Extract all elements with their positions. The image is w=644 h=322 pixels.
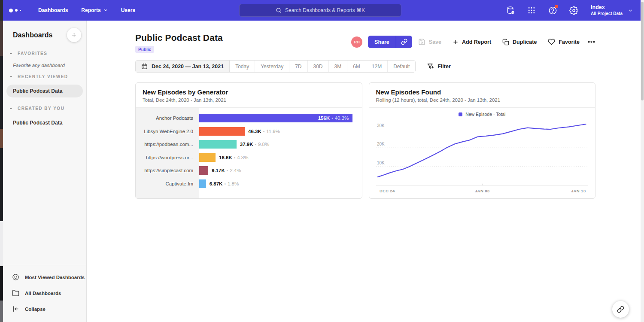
visibility-badge: Public xyxy=(135,46,154,53)
y-axis-tick-label: 20K xyxy=(377,142,385,146)
bar[interactable] xyxy=(199,179,206,188)
chart-legend[interactable]: New Episode - Total xyxy=(376,110,589,120)
card-new-episodes-found: New Episodes Found Rolling (12 hours), t… xyxy=(369,82,596,199)
filter-button[interactable]: Filter xyxy=(427,63,451,70)
y-axis-tick-label: 10K xyxy=(377,161,385,165)
top-nav: Dashboards Reports Users Search Dashboar… xyxy=(0,0,641,21)
bar[interactable] xyxy=(199,166,208,175)
bar-track: 6.87K•1.8% xyxy=(199,179,362,188)
collapse-sidebar-button[interactable]: Collapse xyxy=(3,301,86,317)
date-range-button[interactable]: Dec 24, 2020 — Jan 13, 2021 xyxy=(136,61,230,72)
scrollbar-thumb[interactable] xyxy=(641,2,644,100)
bar-track: 9.17K•2.4% xyxy=(199,166,362,175)
nav-item-reports[interactable]: Reports xyxy=(81,7,107,13)
add-dashboard-button[interactable] xyxy=(67,28,81,42)
line-chart[interactable]: 10K20K30KDEC 24JAN 03JAN 13 xyxy=(376,120,589,197)
bar-track: 16.6K•4.3% xyxy=(199,153,362,162)
bar-category-label: https://podbean.com... xyxy=(136,142,199,147)
bar-category-label: https://wordpress.or... xyxy=(136,155,199,160)
bar[interactable] xyxy=(199,127,245,136)
bar-category-label: Libsyn WebEngine 2.0 xyxy=(136,129,199,134)
bar-chart[interactable]: Anchor Podcasts156K•40.3%Libsyn WebEngin… xyxy=(136,108,362,198)
section-label: FAVORITES xyxy=(18,51,47,56)
bar-track: 46.3K•11.9% xyxy=(199,127,362,136)
bar-value-label: 156K•40.3% xyxy=(318,115,349,121)
x-axis-tick-label: JAN 03 xyxy=(474,188,489,193)
sidebar-item-public-podcast-data-created[interactable]: Public Podcast Data xyxy=(3,116,83,129)
save-icon xyxy=(418,38,425,46)
avatar[interactable]: RH xyxy=(351,36,362,48)
database-icon xyxy=(506,6,515,15)
sidebar-item-public-podcast-data[interactable]: Public Podcast Data xyxy=(6,85,83,97)
search-input[interactable]: Search Dashboards & Reports ⌘K xyxy=(239,4,401,17)
duplicate-button[interactable]: Duplicate xyxy=(502,39,537,46)
nav-item-dashboards[interactable]: Dashboards xyxy=(38,7,68,13)
share-button[interactable]: Share xyxy=(368,36,396,48)
section-label: RECENTLY VIEWED xyxy=(18,74,68,79)
bar-category-label: Anchor Podcasts xyxy=(136,115,199,121)
app-logo[interactable] xyxy=(9,9,21,12)
search-placeholder: Search Dashboards & Reports ⌘K xyxy=(285,7,365,13)
main-content: Public Podcast Data Public RH Share Save xyxy=(87,21,641,322)
card-new-episodes-by-generator: New Episodes by Generator Total, Dec 24t… xyxy=(135,82,362,199)
save-button[interactable]: Save xyxy=(418,38,441,46)
settings-button[interactable] xyxy=(569,6,578,15)
date-presets: TodayYesterday7D30D3M6M12MDefault xyxy=(230,61,415,72)
favorites-empty-text: Favorite any dashboard xyxy=(13,63,86,68)
line-series[interactable] xyxy=(378,124,586,177)
bar-row: https://podbean.com...37.9K•9.8% xyxy=(136,138,362,151)
collapse-icon xyxy=(12,305,19,313)
bar-value-label: 46.3K•11.9% xyxy=(248,129,280,134)
notification-badge xyxy=(555,5,558,8)
date-preset-3m[interactable]: 3M xyxy=(329,61,348,72)
date-preset-default[interactable]: Default xyxy=(388,61,415,72)
project-selector[interactable]: Index All Project Data xyxy=(591,4,633,16)
legend-label: New Episode - Total xyxy=(465,112,505,117)
y-axis-tick-label: 30K xyxy=(377,123,385,128)
bar-category-label: Captivate.fm xyxy=(136,181,199,186)
help-button[interactable] xyxy=(548,6,557,15)
date-preset-6m[interactable]: 6M xyxy=(347,61,366,72)
date-preset-today[interactable]: Today xyxy=(230,61,255,72)
favorite-button[interactable]: Favorite xyxy=(548,38,580,46)
bar-row: Anchor Podcasts156K•40.3% xyxy=(136,112,362,125)
bar-track: 156K•40.3% xyxy=(199,114,362,122)
bar[interactable]: 156K•40.3% xyxy=(199,114,352,122)
calendar-icon xyxy=(141,63,148,70)
plus-icon xyxy=(453,39,459,45)
share-link-button[interactable] xyxy=(396,36,412,48)
section-label: CREATED BY YOU xyxy=(18,106,64,111)
date-preset-12m[interactable]: 12M xyxy=(366,61,388,72)
card-title: New Episodes Found xyxy=(376,88,589,96)
bar-value-label: 16.6K•4.3% xyxy=(219,155,248,160)
apps-grid-button[interactable] xyxy=(527,6,536,15)
share-split-button: Share xyxy=(368,36,412,48)
copy-link-floating-button[interactable] xyxy=(612,301,629,318)
add-report-button[interactable]: Add Report xyxy=(453,39,491,45)
nav-item-users[interactable]: Users xyxy=(121,7,135,13)
duplicate-icon xyxy=(502,39,509,46)
page-title: Public Podcast Data xyxy=(135,33,223,43)
bar[interactable] xyxy=(199,140,237,149)
sidebar: Dashboards FAVORITES Favorite any dashbo… xyxy=(3,21,87,322)
chevron-down-icon xyxy=(628,8,633,13)
all-dashboards-link[interactable]: All Dashboards xyxy=(3,285,86,301)
chevron-down-icon xyxy=(9,52,13,55)
sidebar-section-recent[interactable]: RECENTLY VIEWED xyxy=(3,70,86,81)
date-preset-7d[interactable]: 7D xyxy=(289,61,307,72)
card-subtitle: Rolling (12 hours), total, Dec 24th, 202… xyxy=(376,97,589,103)
bar-track: 37.9K•9.8% xyxy=(199,140,362,149)
bar-chart-rows: Anchor Podcasts156K•40.3%Libsyn WebEngin… xyxy=(136,112,362,190)
scrollbar[interactable] xyxy=(641,0,644,322)
data-sources-button[interactable] xyxy=(506,6,515,15)
more-options-button[interactable] xyxy=(587,38,595,46)
sidebar-section-favorites[interactable]: FAVORITES xyxy=(3,46,86,58)
x-axis-tick-label: JAN 13 xyxy=(571,188,586,193)
project-scope: All Project Data xyxy=(591,11,623,17)
most-viewed-dashboards-link[interactable]: Most Viewed Dashboards xyxy=(3,269,86,285)
sidebar-section-created[interactable]: CREATED BY YOU xyxy=(3,101,86,112)
date-preset-yesterday[interactable]: Yesterday xyxy=(255,61,289,72)
bar[interactable] xyxy=(199,153,216,162)
bar-row: https://wordpress.or...16.6K•4.3% xyxy=(136,151,362,164)
date-preset-30d[interactable]: 30D xyxy=(308,61,329,72)
